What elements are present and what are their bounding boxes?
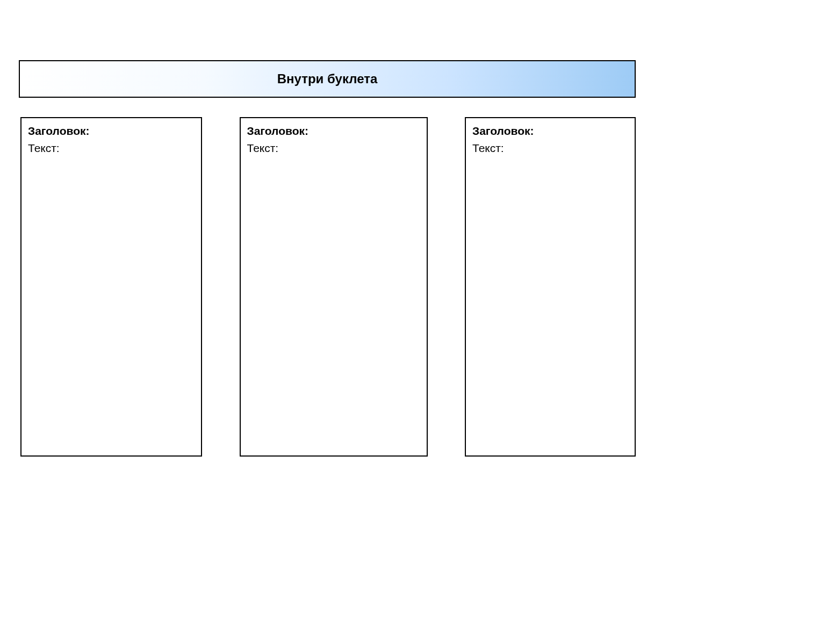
banner: Внутри буклета — [19, 60, 636, 98]
panel-1-text-label: Текст: — [28, 142, 195, 155]
panel-2-text-label: Текст: — [247, 142, 420, 155]
panel-2: Заголовок: Текст: — [240, 117, 428, 457]
panel-3: Заголовок: Текст: — [465, 117, 636, 457]
banner-title: Внутри буклета — [277, 71, 378, 86]
panel-2-header-label: Заголовок: — [247, 125, 420, 138]
panels-container: Заголовок: Текст: Заголовок: Текст: Заго… — [20, 117, 636, 457]
panel-1-header-label: Заголовок: — [28, 125, 195, 138]
panel-1: Заголовок: Текст: — [20, 117, 202, 457]
panel-3-text-label: Текст: — [472, 142, 628, 155]
panel-3-header-label: Заголовок: — [472, 125, 628, 138]
